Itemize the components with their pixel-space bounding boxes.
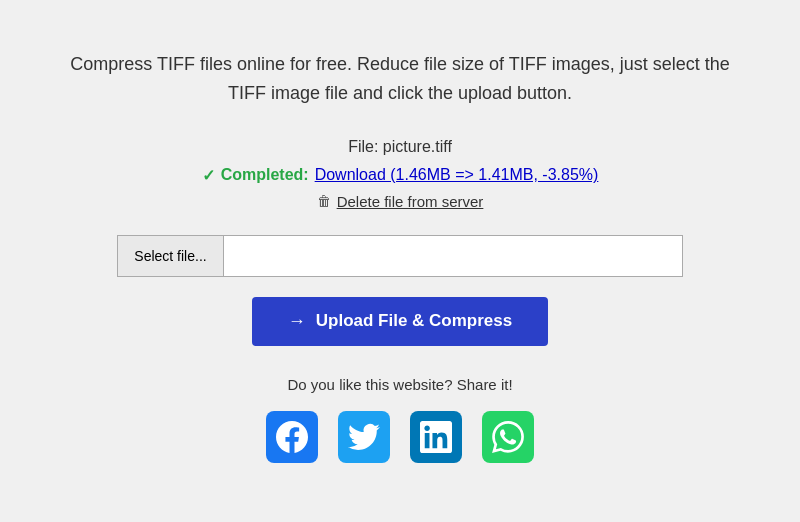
file-info: File: picture.tiff [60, 138, 740, 156]
file-name-input[interactable] [223, 235, 683, 277]
upload-compress-button[interactable]: → Upload File & Compress [252, 297, 548, 346]
social-icons-row [60, 411, 740, 463]
completed-label: Completed: [221, 166, 309, 184]
share-text: Do you like this website? Share it! [60, 376, 740, 393]
upload-btn-label: Upload File & Compress [316, 311, 512, 331]
linkedin-icon[interactable] [410, 411, 462, 463]
trash-icon: 🗑 [317, 193, 331, 209]
file-input-row: Select file... [60, 235, 740, 277]
delete-line: 🗑 Delete file from server [60, 193, 740, 210]
select-file-button[interactable]: Select file... [117, 235, 222, 277]
main-container: Compress TIFF files online for free. Red… [20, 20, 780, 483]
facebook-icon[interactable] [266, 411, 318, 463]
download-link[interactable]: Download (1.46MB => 1.41MB, -3.85%) [315, 166, 599, 184]
completed-line: ✓ Completed: Download (1.46MB => 1.41MB,… [60, 166, 740, 185]
twitter-icon[interactable] [338, 411, 390, 463]
whatsapp-icon[interactable] [482, 411, 534, 463]
arrow-icon: → [288, 311, 306, 332]
description-text: Compress TIFF files online for free. Red… [60, 50, 740, 108]
delete-link[interactable]: Delete file from server [337, 193, 484, 210]
checkmark-icon: ✓ [202, 166, 215, 185]
